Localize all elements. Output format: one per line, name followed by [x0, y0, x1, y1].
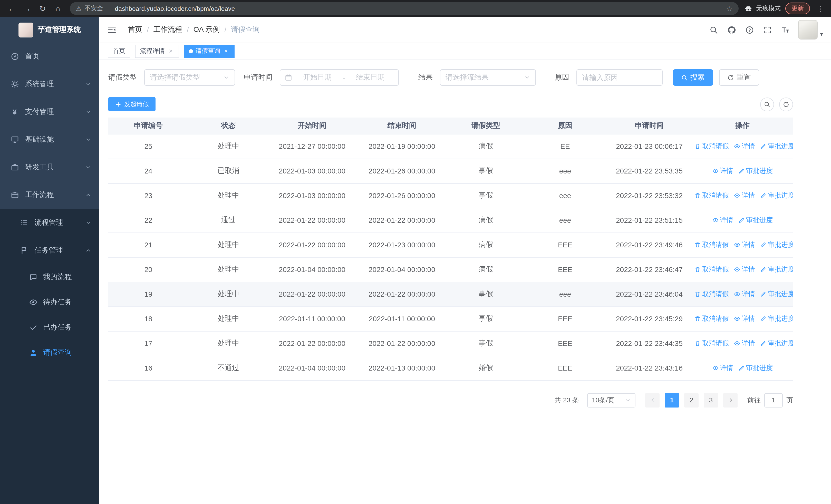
update-button[interactable]: 更新 — [785, 3, 810, 14]
detail-link[interactable]: 详情 — [712, 215, 733, 225]
sidebar-item-home[interactable]: 首页 — [0, 42, 99, 70]
sidebar-item-infrastructure[interactable]: 基础设施 — [0, 126, 99, 153]
progress-link[interactable]: 审批进度 — [760, 191, 793, 200]
browser-menu-icon[interactable]: ⋮ — [814, 4, 826, 12]
cell-apply-id: 20 — [108, 257, 189, 282]
result-select[interactable]: 请选择流结果 — [440, 69, 536, 86]
breadcrumb-oa-example[interactable]: OA 示例 — [194, 25, 220, 34]
eye-icon — [734, 143, 740, 149]
sidebar-item-task-mgmt[interactable]: 任务管理 — [0, 237, 99, 264]
progress-link[interactable]: 审批进度 — [760, 240, 793, 249]
cell-apply-id: 16 — [108, 356, 189, 380]
security-warning-icon[interactable]: ⚠ — [76, 5, 82, 12]
breadcrumb-workflow[interactable]: 工作流程 — [153, 25, 182, 34]
progress-link[interactable]: 审批进度 — [760, 290, 793, 299]
prev-page-button[interactable] — [645, 393, 660, 407]
cell-operations: 取消请假详情审批进度 — [692, 282, 793, 306]
cancel-leave-link[interactable]: 取消请假 — [694, 290, 729, 299]
progress-link[interactable]: 审批进度 — [738, 215, 773, 225]
sidebar-item-leave-query[interactable]: 请假查询 — [0, 340, 99, 365]
leave-type-select[interactable]: 请选择请假类型 — [144, 69, 235, 86]
tab-home[interactable]: 首页 — [108, 45, 131, 58]
progress-link[interactable]: 审批进度 — [738, 166, 773, 176]
eye-icon — [734, 340, 740, 347]
reset-button[interactable]: 重置 — [719, 69, 759, 86]
cell-operations: 详情审批进度 — [692, 208, 793, 233]
progress-link[interactable]: 审批进度 — [760, 142, 793, 151]
cell-apply-time: 2022-01-22 23:43:16 — [607, 356, 692, 380]
detail-link[interactable]: 详情 — [734, 265, 755, 274]
detail-link[interactable]: 详情 — [712, 363, 733, 373]
create-leave-button[interactable]: 发起请假 — [108, 97, 155, 111]
reason-input[interactable] — [582, 73, 657, 82]
next-page-button[interactable] — [723, 393, 738, 407]
bookmark-star-icon[interactable]: ☆ — [726, 4, 733, 12]
detail-link[interactable]: 详情 — [734, 314, 755, 323]
detail-link[interactable]: 详情 — [734, 290, 755, 299]
breadcrumb-home[interactable]: 首页 — [128, 25, 142, 34]
detail-link[interactable]: 详情 — [712, 166, 733, 176]
cancel-leave-link[interactable]: 取消请假 — [694, 191, 729, 200]
avatar[interactable] — [798, 20, 818, 39]
search-icon[interactable] — [708, 25, 719, 35]
progress-link[interactable]: 审批进度 — [760, 265, 793, 274]
page-button-3[interactable]: 3 — [704, 393, 718, 407]
progress-link[interactable]: 审批进度 — [738, 363, 773, 373]
cancel-leave-link[interactable]: 取消请假 — [694, 339, 729, 348]
table-row: 20 处理中 2022-01-04 00:00:00 2022-01-04 00… — [108, 257, 793, 282]
sidebar-item-devtools[interactable]: 研发工具 — [0, 153, 99, 181]
progress-link[interactable]: 审批进度 — [760, 339, 793, 348]
tab-leave-query[interactable]: 请假查询 — [184, 45, 235, 58]
col-apply-time: 申请时间 — [607, 118, 692, 134]
reload-icon[interactable]: ↻ — [36, 2, 49, 15]
sidebar-item-my-process[interactable]: 我的流程 — [0, 264, 99, 290]
close-icon[interactable] — [167, 48, 174, 54]
sidebar-item-payment[interactable]: ¥ 支付管理 — [0, 98, 99, 126]
cancel-leave-link[interactable]: 取消请假 — [694, 314, 729, 323]
progress-link[interactable]: 审批进度 — [760, 314, 793, 323]
svg-text:?: ? — [748, 28, 751, 32]
sidebar-item-todo-tasks[interactable]: 待办任务 — [0, 290, 99, 315]
search-button[interactable]: 搜索 — [673, 69, 713, 86]
user-menu[interactable]: ▼ — [798, 20, 824, 39]
github-icon[interactable] — [726, 25, 737, 35]
page-button-2[interactable]: 2 — [684, 393, 698, 407]
sidebar-item-system[interactable]: 系统管理 — [0, 70, 99, 98]
cancel-leave-link[interactable]: 取消请假 — [694, 265, 729, 274]
font-size-icon[interactable] — [780, 25, 791, 35]
sidebar-item-process-mgmt[interactable]: 流程管理 — [0, 209, 99, 237]
monitor-icon — [10, 135, 19, 144]
goto-page-input[interactable] — [764, 393, 783, 407]
chevron-down-icon — [85, 109, 91, 115]
cancel-leave-link[interactable]: 取消请假 — [694, 240, 729, 249]
close-icon[interactable] — [223, 48, 229, 54]
cell-end-time: 2022-01-19 00:00:00 — [356, 134, 448, 158]
detail-link[interactable]: 详情 — [734, 191, 755, 200]
back-icon[interactable]: ← — [5, 2, 19, 15]
detail-link[interactable]: 详情 — [734, 240, 755, 249]
refresh-table-button[interactable] — [779, 97, 793, 111]
sidebar-item-workflow[interactable]: 工作流程 — [0, 181, 99, 209]
sidebar-collapse-icon[interactable] — [99, 17, 125, 42]
total-count: 共 23 条 — [554, 395, 579, 405]
col-operations: 操作 — [692, 118, 793, 134]
detail-link[interactable]: 详情 — [734, 339, 755, 348]
tab-process-detail[interactable]: 流程详情 — [135, 45, 179, 58]
page-button-1[interactable]: 1 — [665, 393, 679, 407]
cancel-leave-link[interactable]: 取消请假 — [694, 142, 729, 151]
page-size-select[interactable]: 10条/页 — [587, 393, 635, 407]
sidebar-item-done-tasks[interactable]: 已办任务 — [0, 315, 99, 340]
detail-link[interactable]: 详情 — [734, 142, 755, 151]
cell-apply-id: 22 — [108, 208, 189, 233]
date-range-picker[interactable]: 开始日期 - 结束日期 — [280, 69, 399, 86]
home-icon[interactable]: ⌂ — [51, 2, 65, 15]
help-icon[interactable]: ? — [744, 25, 754, 35]
forward-icon[interactable]: → — [21, 2, 34, 15]
url-bar[interactable]: ⚠ 不安全 dashboard.yudao.iocoder.cn/bpm/oa/… — [70, 2, 739, 15]
fullscreen-icon[interactable] — [762, 25, 773, 35]
cell-reason: eee — [523, 208, 607, 233]
toggle-search-button[interactable] — [760, 97, 774, 111]
eye-icon — [734, 242, 740, 248]
edit-icon — [760, 266, 766, 272]
cell-start-time: 2022-01-03 00:00:00 — [268, 158, 356, 183]
